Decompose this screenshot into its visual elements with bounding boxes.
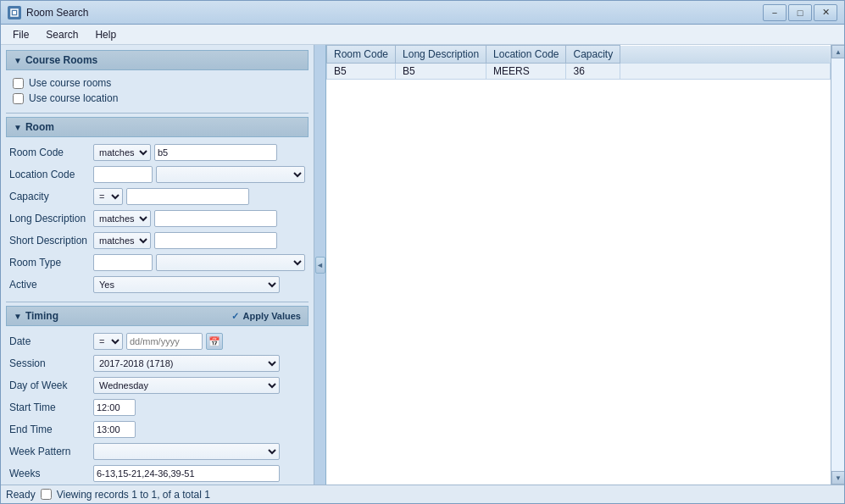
short-desc-label: Short Description	[9, 235, 90, 246]
timing-title: Timing	[25, 310, 58, 322]
session-select[interactable]: 2017-2018 (1718)	[93, 355, 280, 372]
session-label: Session	[9, 357, 90, 369]
menu-file[interactable]: File	[4, 27, 37, 42]
room-arrow: ▼	[14, 123, 22, 132]
weeks-label: Weeks	[9, 468, 90, 479]
active-select[interactable]: Yes No All	[93, 276, 280, 293]
date-row: Date = 📅	[6, 331, 309, 352]
day-of-week-row: Day of Week Wednesday Monday Tuesday Thu…	[6, 375, 309, 396]
menu-search[interactable]: Search	[37, 27, 86, 42]
status-bar: Ready Viewing records 1 to 1, of a total…	[1, 485, 844, 503]
date-input[interactable]	[126, 333, 203, 350]
room-type-label: Room Type	[9, 257, 90, 269]
capacity-input[interactable]	[126, 188, 249, 205]
title-bar: Room Search − □ ✕	[1, 1, 844, 25]
day-of-week-label: Day of Week	[9, 379, 90, 391]
room-header[interactable]: ▼ Room	[6, 117, 309, 137]
col-location-code: Location Code	[486, 46, 566, 64]
date-label: Date	[9, 335, 90, 347]
status-checkbox[interactable]	[41, 489, 52, 500]
close-button[interactable]: ✕	[814, 4, 837, 21]
svg-rect-1	[13, 11, 16, 14]
window-title: Room Search	[26, 7, 763, 19]
weeks-input[interactable]	[93, 465, 280, 482]
main-window: Room Search − □ ✕ File Search Help ▼ Cou…	[0, 0, 845, 504]
use-course-location-label: Use course location	[29, 92, 118, 104]
cell-extra	[620, 64, 831, 80]
location-code-input[interactable]	[93, 166, 153, 183]
menu-help[interactable]: Help	[86, 27, 125, 42]
calendar-icon: 📅	[208, 336, 220, 347]
capacity-row: Capacity = < >	[6, 186, 309, 207]
week-pattern-select[interactable]	[93, 443, 280, 460]
room-section: ▼ Room Room Code matches starts with end…	[6, 117, 309, 295]
col-long-desc: Long Description	[396, 46, 486, 64]
course-rooms-title: Course Rooms	[25, 54, 97, 66]
right-panel-container: Room Code Long Description Location Code…	[326, 45, 844, 485]
room-code-row: Room Code matches starts with ends with …	[6, 142, 309, 163]
use-course-rooms-row: Use course rooms	[6, 75, 309, 91]
location-code-select[interactable]	[156, 166, 305, 183]
date-operator-select[interactable]: =	[93, 333, 123, 350]
left-panel: ▼ Course Rooms Use course rooms Use cour…	[1, 45, 314, 485]
divider-2	[6, 302, 309, 302]
use-course-rooms-checkbox[interactable]	[13, 78, 24, 89]
col-capacity: Capacity	[566, 46, 620, 64]
end-time-label: End Time	[9, 424, 90, 435]
timing-arrow: ▼	[14, 312, 22, 321]
results-table[interactable]: Room Code Long Description Location Code…	[326, 45, 831, 485]
week-pattern-label: Week Pattern	[9, 446, 90, 457]
active-label: Active	[9, 279, 90, 291]
cell-room-code: B5	[327, 64, 396, 80]
end-time-input[interactable]	[93, 421, 136, 438]
week-pattern-row: Week Pattern	[6, 441, 309, 462]
maximize-button[interactable]: □	[788, 4, 812, 21]
apply-values-label: Apply Values	[243, 311, 301, 321]
location-code-label: Location Code	[9, 169, 90, 180]
long-desc-label: Long Description	[9, 213, 90, 224]
status-ready: Ready	[6, 489, 36, 501]
short-desc-input[interactable]	[154, 232, 277, 249]
capacity-label: Capacity	[9, 191, 90, 202]
apply-values[interactable]: ✓ Apply Values	[231, 311, 301, 322]
short-desc-row: Short Description matches	[6, 230, 309, 251]
calendar-button[interactable]: 📅	[206, 333, 223, 350]
day-of-week-select[interactable]: Wednesday Monday Tuesday Thursday Friday	[93, 377, 280, 394]
menu-bar: File Search Help	[1, 25, 844, 45]
collapse-icon[interactable]: ◄	[315, 257, 325, 274]
start-time-label: Start Time	[9, 402, 90, 413]
long-desc-operator-select[interactable]: matches	[93, 210, 151, 227]
long-desc-input[interactable]	[154, 210, 277, 227]
room-type-select[interactable]	[156, 254, 305, 271]
checkmark-icon: ✓	[231, 311, 239, 321]
col-extra	[620, 46, 831, 64]
start-time-input[interactable]	[93, 399, 136, 416]
table-row[interactable]: B5 B5 MEERS 36	[327, 64, 831, 80]
start-time-row: Start Time	[6, 397, 309, 418]
use-course-rooms-label: Use course rooms	[29, 77, 111, 89]
room-type-row: Room Type	[6, 252, 309, 273]
panel-collapse-arrow[interactable]: ◄	[314, 45, 326, 485]
course-rooms-section: ▼ Course Rooms Use course rooms Use cour…	[6, 50, 309, 106]
app-icon	[8, 6, 21, 19]
room-code-label: Room Code	[9, 147, 90, 158]
weeks-row: Weeks	[6, 463, 309, 484]
room-code-operator-select[interactable]: matches starts with ends with contains	[93, 144, 151, 161]
main-content: ▼ Course Rooms Use course rooms Use cour…	[1, 45, 844, 485]
active-row: Active Yes No All	[6, 274, 309, 295]
status-viewing: Viewing records 1 to 1, of a total 1	[57, 489, 210, 501]
capacity-operator-select[interactable]: = < >	[93, 188, 123, 205]
timing-header[interactable]: ▼ Timing ✓ Apply Values	[6, 306, 309, 326]
long-desc-row: Long Description matches	[6, 208, 309, 229]
use-course-location-checkbox[interactable]	[13, 93, 24, 104]
timing-section: ▼ Timing ✓ Apply Values Date =	[6, 306, 309, 484]
room-code-input[interactable]	[154, 144, 277, 161]
minimize-button[interactable]: −	[763, 4, 787, 21]
cell-location-code: MEERS	[486, 64, 566, 80]
short-desc-operator-select[interactable]: matches	[93, 232, 151, 249]
room-type-input[interactable]	[93, 254, 153, 271]
course-rooms-header[interactable]: ▼ Course Rooms	[6, 50, 309, 70]
window-controls: − □ ✕	[763, 4, 837, 21]
col-room-code: Room Code	[327, 46, 396, 64]
left-scroll-area[interactable]: ▼ Course Rooms Use course rooms Use cour…	[1, 45, 314, 485]
